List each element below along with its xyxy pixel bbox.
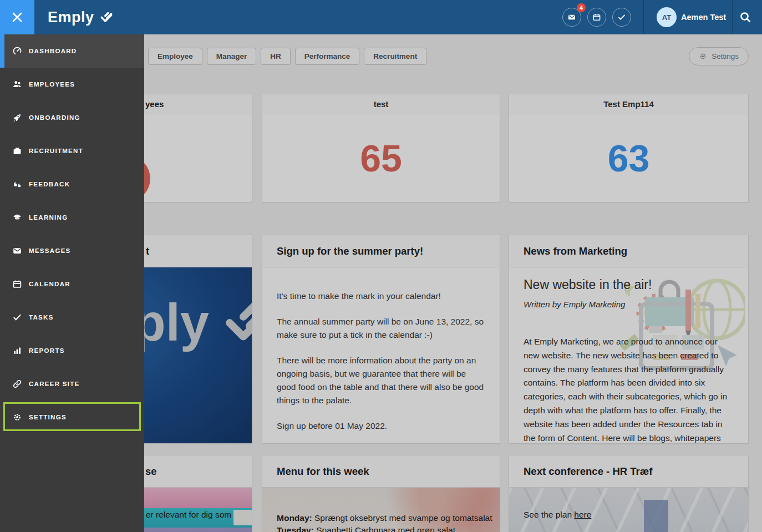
search-button[interactable] (739, 11, 753, 25)
close-icon (12, 12, 23, 23)
sidebar-item-settings[interactable]: SETTINGS (0, 401, 144, 434)
sidebar-item-onboarding[interactable]: ONBOARDING (0, 101, 144, 134)
user-avatar[interactable]: AT (657, 7, 677, 27)
user-name[interactable]: Aemen Test (681, 0, 726, 34)
sidebar-item-label: ONBOARDING (29, 114, 80, 121)
graduation-cap-icon (12, 212, 22, 222)
sidebar-item-label: TASKS (29, 314, 54, 321)
top-bar: Emply 4 AT Aemen Test (0, 0, 762, 34)
sidebar-item-tasks[interactable]: TASKS (0, 301, 144, 334)
topbar-divider (643, 0, 644, 34)
tasks-button[interactable] (612, 8, 631, 27)
emply-mark-icon (99, 11, 114, 24)
check-icon (617, 13, 626, 22)
sidebar-item-label: RECRUITMENT (29, 148, 83, 154)
sidebar-item-employees[interactable]: EMPLOYEES (0, 68, 144, 101)
search-icon (739, 11, 752, 24)
sidebar-item-messages[interactable]: MESSAGES (0, 234, 144, 267)
bar-chart-icon (12, 346, 22, 356)
sidebar-item-reports[interactable]: REPORTS (0, 334, 144, 367)
link-icon (12, 379, 22, 389)
calendar-button[interactable] (587, 8, 606, 27)
dashboard-icon (12, 46, 22, 56)
unread-mail-badge: 4 (577, 3, 586, 12)
gear-icon (12, 412, 22, 422)
sidebar-item-label: FEEDBACK (29, 181, 70, 188)
sidebar-item-label: MESSAGES (29, 247, 71, 254)
sidebar-item-label: DASHBOARD (29, 48, 77, 54)
envelope-icon (567, 13, 576, 22)
sidebar-item-label: CALENDAR (29, 281, 70, 287)
sidebar-item-calendar[interactable]: CALENDAR (0, 267, 144, 301)
sidebar-item-career-site[interactable]: CAREER SITE (0, 367, 144, 401)
close-menu-button[interactable] (0, 0, 34, 34)
emply-logo: Emply (48, 0, 114, 34)
calendar-icon (12, 279, 22, 289)
rocket-icon (12, 113, 22, 123)
sidebar-item-label: SETTINGS (29, 414, 67, 420)
employees-icon (12, 79, 22, 89)
sidebar-item-label: EMPLOYEES (29, 81, 75, 88)
sidebar-item-label: CAREER SITE (29, 381, 80, 387)
sidebar-item-label: LEARNING (29, 214, 68, 221)
emply-logo-text: Emply (48, 9, 94, 26)
feedback-icon (12, 179, 22, 189)
sidebar-item-recruitment[interactable]: RECRUITMENT (0, 134, 144, 168)
topbar-divider (732, 0, 733, 34)
envelope-icon (12, 246, 22, 256)
main-nav-sidebar: DASHBOARD EMPLOYEES ONBOARDING RECRUITME… (0, 34, 144, 532)
calendar-icon (592, 13, 601, 22)
check-icon (12, 312, 22, 322)
briefcase-icon (12, 146, 22, 156)
sidebar-item-label: REPORTS (29, 347, 65, 354)
sidebar-item-dashboard[interactable]: DASHBOARD (0, 34, 144, 68)
sidebar-item-learning[interactable]: LEARNING (0, 201, 144, 234)
sidebar-item-feedback[interactable]: FEEDBACK (0, 168, 144, 201)
